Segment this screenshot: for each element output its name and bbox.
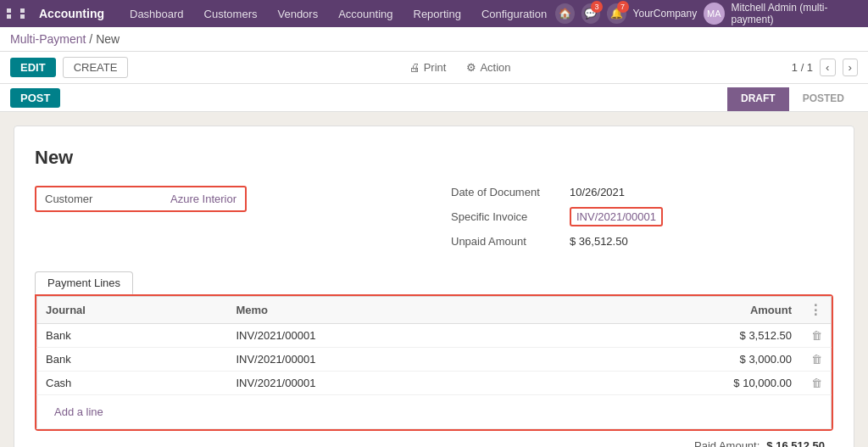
col-header-memo: Memo <box>227 297 549 324</box>
invoice-label: Specific Invoice <box>451 210 570 223</box>
paid-amount-label: Paid Amount: <box>694 439 760 447</box>
nav-vendors[interactable]: Vendors <box>269 0 326 27</box>
pagination: 1 / 1 ‹ › <box>792 59 858 76</box>
next-page-button[interactable]: › <box>843 59 858 76</box>
edit-button[interactable]: EDIT <box>10 58 56 77</box>
invoice-value[interactable]: INV/2021/00001 <box>576 210 656 223</box>
action-bar: EDIT CREATE 🖨 Print ⚙ Action 1 / 1 ‹ › <box>0 52 868 84</box>
create-button[interactable]: CREATE <box>63 57 129 78</box>
table-row: Bank INV/2021/00001 $ 3,512.50 🗑 <box>37 324 832 348</box>
delete-row-btn[interactable]: 🗑 <box>811 353 822 366</box>
table-row: Cash INV/2021/00001 $ 10,000.00 🗑 <box>37 372 832 395</box>
cell-amount: $ 3,512.50 <box>549 324 800 348</box>
notif-badge: 7 <box>617 1 629 13</box>
date-label: Date of Document <box>451 186 570 198</box>
status-tab-draft[interactable]: DRAFT <box>727 87 789 111</box>
tab-payment-lines[interactable]: Payment Lines <box>35 271 133 294</box>
action-label: Action <box>480 61 510 74</box>
top-navigation: Accounting Dashboard Customers Vendors A… <box>0 0 868 27</box>
nav-reporting[interactable]: Reporting <box>405 0 470 27</box>
app-grid-icon[interactable] <box>7 8 32 19</box>
payment-table-wrapper: Journal Memo Amount ⋮ Bank INV/2021/0000… <box>35 294 833 431</box>
document-fields: Customer Azure Interior Date of Document… <box>35 186 833 251</box>
nav-customers[interactable]: Customers <box>196 0 266 27</box>
messages-icon-btn[interactable]: 💬 3 <box>581 3 600 24</box>
app-brand[interactable]: Accounting <box>39 7 104 20</box>
breadcrumb-current: New <box>96 32 120 46</box>
delete-row-btn[interactable]: 🗑 <box>811 329 822 342</box>
cell-actions: 🗑 <box>800 348 832 372</box>
add-line-btn[interactable]: Add a line <box>46 400 112 423</box>
cell-actions: 🗑 <box>800 372 832 395</box>
nav-accounting[interactable]: Accounting <box>330 0 401 27</box>
fields-left: Customer Azure Interior <box>35 186 417 251</box>
customer-field-row: Customer Azure Interior <box>35 186 417 212</box>
invoice-box: INV/2021/00001 <box>570 207 663 226</box>
payment-table: Journal Memo Amount ⋮ Bank INV/2021/0000… <box>36 296 832 429</box>
main-content: New Customer Azure Interior Date of Docu… <box>0 112 868 447</box>
table-row: Bank INV/2021/00001 $ 3,000.00 🗑 <box>37 348 832 372</box>
nav-dashboard[interactable]: Dashboard <box>121 0 192 27</box>
customer-label: Customer <box>45 193 164 205</box>
prev-page-button[interactable]: ‹ <box>820 59 835 76</box>
cell-journal: Bank <box>37 348 228 372</box>
gear-icon: ⚙ <box>466 61 476 74</box>
status-tab-posted[interactable]: POSTED <box>789 87 858 111</box>
cell-journal: Bank <box>37 324 228 348</box>
document-card: New Customer Azure Interior Date of Docu… <box>14 126 854 447</box>
cell-actions: 🗑 <box>800 324 832 348</box>
user-name[interactable]: Mitchell Admin (multi-payment) <box>732 2 862 25</box>
date-value[interactable]: 10/26/2021 <box>570 186 625 198</box>
date-field-row: Date of Document 10/26/2021 <box>451 186 833 198</box>
breadcrumb: Multi-Payment / New <box>10 32 120 46</box>
paid-amount-row: Paid Amount: $ 16,512.50 <box>35 431 833 447</box>
breadcrumb-parent[interactable]: Multi-Payment <box>10 32 86 46</box>
home-icon-btn[interactable]: 🏠 <box>555 3 574 24</box>
company-name[interactable]: YourCompany <box>633 8 698 20</box>
cell-journal: Cash <box>37 372 228 395</box>
col-header-journal: Journal <box>37 297 228 324</box>
col-header-amount: Amount <box>549 297 800 324</box>
payment-lines-tab: Payment Lines <box>35 271 833 294</box>
customer-box: Customer Azure Interior <box>35 186 247 212</box>
fields-right: Date of Document 10/26/2021 Specific Inv… <box>451 186 833 251</box>
column-menu-icon[interactable]: ⋮ <box>809 303 822 317</box>
unpaid-field-row: Unpaid Amount $ 36,512.50 <box>451 235 833 248</box>
topnav-right-section: 🏠 💬 3 🔔 7 YourCompany MA Mitchell Admin … <box>555 2 861 25</box>
print-label: Print <box>424 61 447 74</box>
post-button[interactable]: POST <box>10 88 60 108</box>
notifications-icon-btn[interactable]: 🔔 7 <box>607 3 626 24</box>
delete-row-btn[interactable]: 🗑 <box>811 377 822 389</box>
action-button[interactable]: ⚙ Action <box>459 58 517 77</box>
status-tabs: DRAFT POSTED <box>727 87 858 111</box>
col-header-actions: ⋮ <box>800 297 832 324</box>
cell-amount: $ 10,000.00 <box>549 372 800 395</box>
user-avatar[interactable]: MA <box>704 3 724 25</box>
subheader: Multi-Payment / New <box>0 27 868 52</box>
cell-amount: $ 3,000.00 <box>549 348 800 372</box>
customer-value[interactable]: Azure Interior <box>170 193 236 205</box>
document-title: New <box>35 147 833 169</box>
msg-badge: 3 <box>591 1 603 13</box>
nav-configuration[interactable]: Configuration <box>473 0 555 27</box>
top-menu: Dashboard Customers Vendors Accounting R… <box>121 0 555 27</box>
print-button[interactable]: 🖨 Print <box>403 58 453 77</box>
invoice-field-row: Specific Invoice INV/2021/00001 <box>451 207 833 226</box>
cell-memo: INV/2021/00001 <box>227 372 549 395</box>
print-icon: 🖨 <box>409 61 420 74</box>
paid-amount-value: $ 16,512.50 <box>766 439 825 447</box>
page-info: 1 / 1 <box>792 61 813 74</box>
unpaid-label: Unpaid Amount <box>451 235 570 248</box>
cell-memo: INV/2021/00001 <box>227 348 549 372</box>
breadcrumb-separator: / <box>86 32 96 46</box>
unpaid-value: $ 36,512.50 <box>570 235 628 248</box>
status-bar: POST DRAFT POSTED <box>0 84 868 112</box>
cell-memo: INV/2021/00001 <box>227 324 549 348</box>
